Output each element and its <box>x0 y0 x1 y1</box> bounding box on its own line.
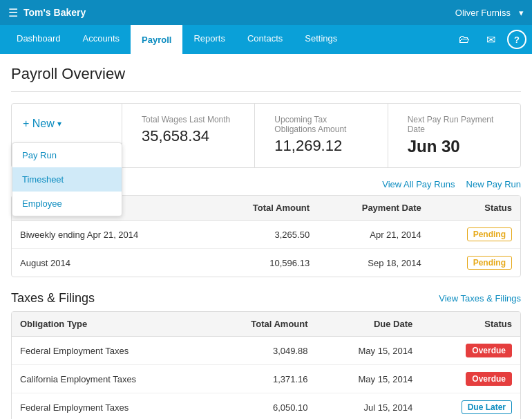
view-all-pay-runs-button[interactable]: View All Pay Runs <box>382 179 455 189</box>
col-status: Status <box>430 196 520 221</box>
row-tax-status: Overdue <box>421 365 520 393</box>
page-title: Payroll Overview <box>11 65 521 92</box>
folder-icon[interactable]: 🗁 <box>455 30 474 49</box>
row-total-amount: 3,265.50 <box>210 221 318 249</box>
pay-runs-links: View All Pay Runs New Pay Run <box>382 179 521 189</box>
taxes-table-wrap: Obligation Type Total Amount Due Date St… <box>11 311 521 419</box>
mail-icon[interactable]: ✉ <box>481 30 500 49</box>
row-obligation-type: California Employment Taxes <box>12 365 208 393</box>
chevron-down-icon: ▾ <box>519 8 524 18</box>
status-badge: Overdue <box>466 372 512 386</box>
row-description: August 2014 <box>12 249 210 277</box>
col-payment-date: Payment Date <box>318 196 430 221</box>
next-pay-value: Jun 30 <box>408 137 501 156</box>
row-description: Biweekly ending Apr 21, 2014 <box>12 221 210 249</box>
col-total-amount: Total Amount <box>210 196 318 221</box>
col-tax-status: Status <box>421 312 520 337</box>
row-payment-date: Sep 18, 2014 <box>318 249 430 277</box>
stat-total-wages: Total Wages Last Month 35,658.34 <box>122 104 255 167</box>
status-badge: Due Later <box>462 400 512 414</box>
row-obligation-type: Federal Employment Taxes <box>12 393 208 420</box>
row-total-amount: 10,596.13 <box>210 249 318 277</box>
new-label: + New <box>23 118 55 130</box>
app-name: Tom's Bakery <box>23 7 86 18</box>
stat-tax-obligations: Upcoming Tax Obligations Amount 11,269.1… <box>255 104 388 167</box>
row-due-date: Jul 15, 2014 <box>316 393 421 420</box>
row-status: Pending <box>430 249 520 277</box>
row-status: Pending <box>430 221 520 249</box>
nav-payroll[interactable]: Payroll <box>131 25 182 54</box>
col-tax-total-amount: Total Amount <box>208 312 316 337</box>
top-bar: ☰ Tom's Bakery Oliver Furniss ▾ <box>0 0 532 25</box>
row-due-date: May 15, 2014 <box>316 365 421 393</box>
taxes-header-row: Obligation Type Total Amount Due Date St… <box>12 312 520 337</box>
stat-next-pay: Next Pay Run Payment Date Jun 30 <box>388 104 520 167</box>
next-pay-label: Next Pay Run Payment Date <box>408 115 501 134</box>
row-payment-date: Apr 21, 2014 <box>318 221 430 249</box>
top-bar-right: Oliver Furniss ▾ <box>455 8 524 18</box>
dropdown-timesheet[interactable]: Timesheet <box>12 167 122 192</box>
row-tax-status: Due Later <box>421 393 520 420</box>
col-due-date: Due Date <box>316 312 421 337</box>
row-tax-total-amount: 6,050.10 <box>208 393 316 420</box>
new-button[interactable]: + New ▾ <box>23 118 61 130</box>
hamburger-icon[interactable]: ☰ <box>8 6 18 19</box>
dropdown-payrun[interactable]: Pay Run <box>12 143 122 167</box>
status-badge: Pending <box>467 256 512 270</box>
nav-settings[interactable]: Settings <box>294 25 348 54</box>
caret-icon: ▾ <box>57 119 61 129</box>
taxes-header: Taxes & Filings View Taxes & Filings <box>11 291 521 306</box>
table-row: California Employment Taxes 1,371.16 May… <box>12 365 520 393</box>
help-icon[interactable]: ? <box>507 30 526 49</box>
row-tax-total-amount: 1,371.16 <box>208 365 316 393</box>
nav-dashboard[interactable]: Dashboard <box>6 25 72 54</box>
user-name[interactable]: Oliver Furniss <box>455 8 511 18</box>
nav-bar: Dashboard Accounts Payroll Reports Conta… <box>0 25 532 54</box>
col-obligation-type: Obligation Type <box>12 312 208 337</box>
new-dropdown: Pay Run Timesheet Employee <box>12 142 122 216</box>
row-tax-status: Overdue <box>421 337 520 365</box>
stats-row: + New ▾ Pay Run Timesheet Employee Total… <box>11 103 521 168</box>
view-taxes-button[interactable]: View Taxes & Filings <box>439 293 521 304</box>
table-row: August 2014 10,596.13 Sep 18, 2014 Pendi… <box>12 249 520 277</box>
row-due-date: May 15, 2014 <box>316 337 421 365</box>
dropdown-employee[interactable]: Employee <box>12 192 122 216</box>
nav-icons: 🗁 ✉ ? <box>455 25 526 54</box>
row-tax-total-amount: 3,049.88 <box>208 337 316 365</box>
status-badge: Pending <box>467 227 512 241</box>
total-wages-value: 35,658.34 <box>142 127 235 145</box>
status-badge: Overdue <box>466 344 512 357</box>
nav-accounts[interactable]: Accounts <box>72 25 131 54</box>
tax-obligations-value: 11,269.12 <box>274 137 368 155</box>
tax-obligations-label: Upcoming Tax Obligations Amount <box>274 115 368 134</box>
taxes-table: Obligation Type Total Amount Due Date St… <box>12 312 520 419</box>
taxes-title: Taxes & Filings <box>11 291 95 306</box>
table-row: Federal Employment Taxes 6,050.10 Jul 15… <box>12 393 520 420</box>
page-content: Payroll Overview + New ▾ Pay Run Timeshe… <box>0 54 532 419</box>
new-pay-run-button[interactable]: New Pay Run <box>466 179 521 189</box>
new-btn-area: + New ▾ Pay Run Timesheet Employee <box>12 104 122 167</box>
total-wages-label: Total Wages Last Month <box>142 115 235 124</box>
nav-contacts[interactable]: Contacts <box>236 25 294 54</box>
row-obligation-type: Federal Employment Taxes <box>12 337 208 365</box>
table-row: Federal Employment Taxes 3,049.88 May 15… <box>12 337 520 365</box>
nav-reports[interactable]: Reports <box>182 25 236 54</box>
top-bar-left: ☰ Tom's Bakery <box>8 6 86 19</box>
table-row: Biweekly ending Apr 21, 2014 3,265.50 Ap… <box>12 221 520 249</box>
